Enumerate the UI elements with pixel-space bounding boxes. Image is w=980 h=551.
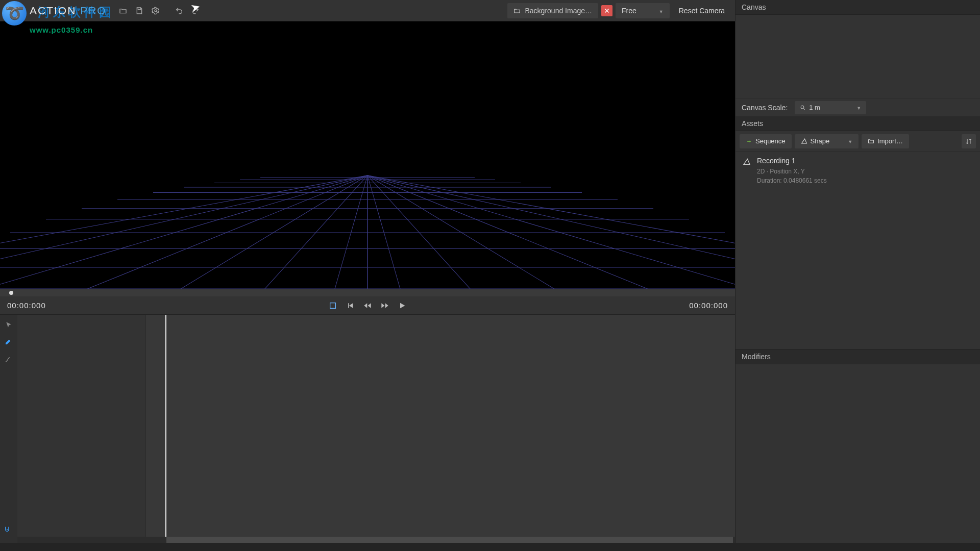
- timeline-scroll-thumb[interactable]: [166, 537, 733, 543]
- search-icon: [800, 105, 806, 111]
- razor-tool[interactable]: [4, 337, 14, 347]
- go-to-start-button[interactable]: [345, 300, 355, 311]
- background-image-label: Background Image…: [525, 7, 592, 15]
- background-image-button[interactable]: Background Image…: [507, 3, 598, 18]
- play-button[interactable]: [397, 300, 407, 311]
- scrub-track[interactable]: [0, 289, 735, 296]
- open-button[interactable]: [116, 4, 130, 18]
- timeline-panel: ⊍: [0, 314, 735, 543]
- canvas-panel-title: Canvas: [736, 0, 980, 15]
- chevron-down-icon: [657, 7, 664, 15]
- shape-label: Shape: [811, 137, 830, 145]
- curve-tool[interactable]: [4, 355, 14, 365]
- chevron-down-icon: [846, 137, 852, 145]
- asset-detail-1: 2D · Position X, Y: [757, 167, 827, 176]
- modifiers-panel: Modifiers: [736, 349, 980, 543]
- modifiers-panel-title: Modifiers: [736, 349, 980, 364]
- logo-badge-icon: ➰: [2, 1, 27, 26]
- chevron-down-icon: [854, 104, 861, 111]
- reset-camera-button[interactable]: Reset Camera: [673, 3, 731, 18]
- transport-bar: 00:00:000 00:00:000: [0, 289, 735, 314]
- scrub-playhead[interactable]: [9, 291, 13, 295]
- app-logo: ➰ ACTION PRO: [4, 0, 107, 26]
- canvas-panel-body: [736, 15, 980, 98]
- viewport-3d[interactable]: [0, 21, 735, 289]
- app-name: ACTION: [30, 5, 76, 16]
- step-forward-button[interactable]: [380, 300, 390, 311]
- watermark-url: www.pc0359.cn: [30, 26, 93, 34]
- app-suffix: PRO: [76, 5, 106, 16]
- canvas-scale-row: Canvas Scale: 1 m: [736, 98, 980, 116]
- camera-mode-dropdown[interactable]: Free: [616, 3, 670, 18]
- bottom-strip: [0, 543, 980, 551]
- folder-icon: [513, 7, 521, 14]
- sort-assets-button[interactable]: [962, 134, 976, 148]
- sequence-label: Sequence: [755, 137, 786, 145]
- timeline-label-column: [17, 315, 146, 543]
- loop-button[interactable]: [328, 300, 338, 311]
- timecode-right: 00:00:000: [689, 301, 728, 310]
- assets-panel-title: Assets: [736, 116, 980, 131]
- svg-point-29: [801, 106, 804, 109]
- timeline-body[interactable]: [17, 315, 735, 543]
- canvas-scale-value: 1 m: [809, 104, 820, 111]
- step-back-button[interactable]: [362, 300, 373, 311]
- add-shape-dropdown[interactable]: Shape: [795, 134, 859, 148]
- assets-toolbar: ＋ Sequence Shape Import…: [736, 131, 980, 152]
- undo-button[interactable]: [172, 4, 186, 18]
- grid-floor-icon: [0, 21, 735, 289]
- svg-rect-28: [330, 303, 336, 308]
- remove-background-button[interactable]: [601, 5, 612, 16]
- close-icon: [604, 8, 610, 14]
- timeline-playhead[interactable]: [165, 315, 166, 537]
- asset-detail-2: Duration: 0.0480661 secs: [757, 176, 827, 185]
- recording-icon: [743, 157, 752, 185]
- canvas-scale-label: Canvas Scale:: [742, 104, 788, 112]
- assets-panel: Assets ＋ Sequence Shape Import…: [736, 116, 980, 349]
- import-button[interactable]: Import…: [862, 134, 909, 148]
- settings-button[interactable]: [149, 4, 163, 18]
- shape-icon: [801, 138, 807, 144]
- save-button[interactable]: [132, 4, 146, 18]
- snap-toggle[interactable]: ⊍: [4, 524, 10, 534]
- asset-item[interactable]: Recording 1 2D · Position X, Y Duration:…: [736, 155, 980, 189]
- import-label: Import…: [877, 137, 903, 145]
- timeline-tools: ⊍: [0, 315, 17, 543]
- timeline-scrollbar[interactable]: [17, 537, 735, 543]
- canvas-scale-dropdown[interactable]: 1 m: [795, 101, 866, 114]
- select-tool[interactable]: [4, 320, 14, 330]
- plus-icon: ＋: [746, 137, 752, 146]
- timecode-left: 00:00:000: [7, 301, 46, 310]
- svg-point-0: [155, 10, 157, 12]
- folder-icon: [868, 138, 874, 144]
- top-toolbar: ➰ ACTION PRO 河东软件园 www.pc0359.cn: [0, 0, 735, 21]
- asset-list: Recording 1 2D · Position X, Y Duration:…: [736, 152, 980, 349]
- camera-mode-value: Free: [622, 7, 636, 15]
- sort-icon: [965, 138, 972, 145]
- app-title: ACTION PRO: [30, 5, 107, 17]
- canvas-panel: Canvas Canvas Scale: 1 m: [736, 0, 980, 116]
- asset-name: Recording 1: [757, 157, 827, 165]
- right-sidebar: Canvas Canvas Scale: 1 m Assets ＋ Sequen…: [735, 0, 980, 543]
- add-sequence-button[interactable]: ＋ Sequence: [740, 134, 792, 148]
